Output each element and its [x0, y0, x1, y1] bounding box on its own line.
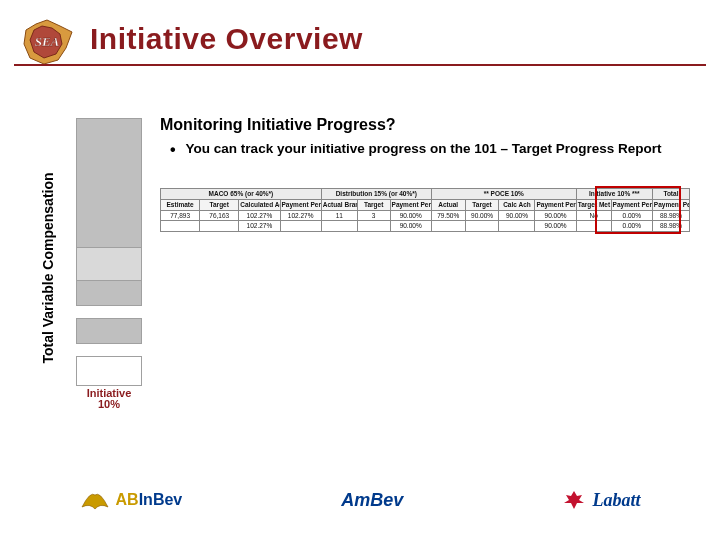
cell: 102.27%: [280, 210, 321, 221]
section-init: Initiative 10% ***: [576, 189, 652, 200]
bullet-icon: •: [170, 140, 176, 160]
col-pay-pct4: Payment Percentage: [611, 199, 652, 210]
labatt-logo: Labatt: [562, 489, 640, 511]
cell: 79.50%: [431, 210, 465, 221]
cell: 11: [321, 210, 357, 221]
section-poce: ** POCE 10%: [431, 189, 576, 200]
column-header-row: Estimate Target Calculated Achievement P…: [161, 199, 690, 210]
content-subtitle: Monitoring Initiative Progress?: [160, 116, 696, 134]
cell: 77,893: [161, 210, 200, 221]
y-axis-label: Total Variable Compensation: [40, 138, 56, 398]
cell: 90.00%: [390, 210, 431, 221]
ambev-logo: AmBev: [341, 490, 403, 511]
cell: [161, 221, 200, 232]
col-pay-pct-total: Payment Percentage: [652, 199, 689, 210]
brand-text: AB: [116, 491, 139, 508]
cell: [200, 221, 239, 232]
cell: 0.00%: [611, 221, 652, 232]
bar-segment-initiative: [76, 357, 142, 386]
cell: 102.27%: [239, 221, 280, 232]
bar-gap: [76, 344, 142, 357]
cell: 88.98%: [652, 210, 689, 221]
cell: [465, 221, 499, 232]
logo-text: SEA: [35, 34, 60, 49]
col-target3: Target: [465, 199, 499, 210]
section-total: Total: [652, 189, 689, 200]
compensation-bar: Initiative 10%: [76, 118, 142, 410]
col-pay-pct2: Payment Percentage: [390, 199, 431, 210]
brand-text: Labatt: [592, 490, 640, 511]
brand-text: InBev: [139, 491, 183, 508]
col-calc-ach: Calculated Achievement: [239, 199, 280, 210]
cell: [357, 221, 390, 232]
bar-caption: Initiative 10%: [76, 388, 142, 410]
cell: 90.00%: [535, 210, 576, 221]
cell: 88.98%: [652, 221, 689, 232]
section-dist: Distribution 15% (or 40%*): [321, 189, 431, 200]
col-actual: Actual: [431, 199, 465, 210]
col-target-met: Target Met: [576, 199, 611, 210]
bullet-item: • You can track your initiative progress…: [160, 140, 696, 160]
col-target: Target: [200, 199, 239, 210]
cell: [499, 221, 535, 232]
eagle-icon: [80, 487, 110, 513]
table-row: 77,893 76,163 102.27% 102.27% 11 3 90.00…: [161, 210, 690, 221]
slide: SEA Initiative Overview Total Variable C…: [0, 0, 720, 540]
col-actual-brand: Actual Brand: [321, 199, 357, 210]
bar-segment: [76, 248, 142, 281]
footer-brands: ABInBev AmBev Labatt: [0, 480, 720, 520]
col-pay-pct: Payment Percentage: [280, 199, 321, 210]
bar-segment: [76, 281, 142, 306]
cell: 90.00%: [535, 221, 576, 232]
cell: 90.00%: [499, 210, 535, 221]
slide-title: Initiative Overview: [90, 22, 363, 56]
bar-segment: [76, 118, 142, 248]
bar-segment: [76, 319, 142, 344]
sea-logo: SEA: [16, 18, 78, 68]
cell: [576, 221, 611, 232]
section-header-row: MACO 65% (or 40%*) Distribution 15% (or …: [161, 189, 690, 200]
cell: [280, 221, 321, 232]
cell: No: [576, 210, 611, 221]
table-row: 102.27% 90.00% 90.00% 0.00% 88.98%: [161, 221, 690, 232]
cell: [431, 221, 465, 232]
abinbev-logo: ABInBev: [80, 487, 183, 513]
target-progress-report: MACO 65% (or 40%*) Distribution 15% (or …: [160, 188, 690, 232]
col-pay-pct3: Payment Percentage: [535, 199, 576, 210]
cell: 0.00%: [611, 210, 652, 221]
cell: 90.00%: [465, 210, 499, 221]
cell: 76,163: [200, 210, 239, 221]
bar-gap: [76, 306, 142, 319]
bullet-text: You can track your initiative progress o…: [186, 140, 662, 158]
leaf-icon: [562, 489, 586, 511]
col-calc-ach2: Calc Ach: [499, 199, 535, 210]
cell: 90.00%: [390, 221, 431, 232]
title-underline: [14, 64, 706, 66]
content-area: Monitoring Initiative Progress? • You ca…: [160, 116, 696, 232]
col-estimate: Estimate: [161, 199, 200, 210]
section-maco: MACO 65% (or 40%*): [161, 189, 322, 200]
cell: [321, 221, 357, 232]
cell: 3: [357, 210, 390, 221]
col-target2: Target: [357, 199, 390, 210]
cell: 102.27%: [239, 210, 280, 221]
